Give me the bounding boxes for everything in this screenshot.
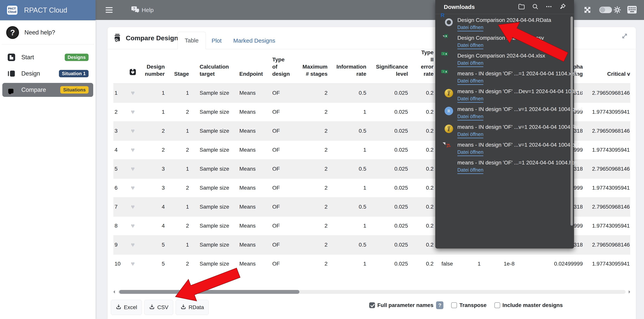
download-item[interactable]: UEmeans - IN design 'OF' ...Dev=1 2024-0… [444,88,568,106]
open-file-link[interactable]: Datei öffnen [457,25,483,31]
favorite-heart-icon[interactable]: ♥ [131,203,135,210]
favorite-heart-icon[interactable]: ♥ [131,260,135,267]
cell-c13: 1 [469,254,481,273]
download-item[interactable]: means - IN design 'OF' ...=1 2024-04-04 … [444,159,568,177]
page-title: Compare Designs [126,34,182,42]
download-file-name: means - IN design 'OF' ...v=1 2024-04-04… [457,124,583,130]
open-file-link[interactable]: Datei öffnen [457,78,483,85]
column-header-critical: Critical v [583,49,630,83]
cell-beta: 0.2 [408,83,434,102]
favorite-heart-icon[interactable]: ♥ [131,127,135,134]
open-file-link[interactable]: Datei öffnen [457,132,483,138]
help-bubbles-icon: ? [131,5,140,14]
download-item[interactable]: Xa,Design Comparison 2024-04-04.csvDatei… [444,35,568,52]
favorite-heart-icon[interactable]: ♥ [131,222,135,229]
tab-marked-designs[interactable]: Marked Designs [227,32,281,49]
scroll-left-arrow[interactable] [113,290,115,294]
open-file-link[interactable]: Datei öffnen [457,43,483,49]
cell-index: 5 [113,159,127,178]
scroll-right-arrow[interactable] [629,290,630,294]
more-options-icon[interactable] [545,3,552,11]
column-header-design: Design number [138,49,165,83]
checkbox-full-parameter-names[interactable] [369,302,375,308]
cell-alpha: 0.025 [366,102,408,121]
sidebar-item-start[interactable]: StartDesigns [2,50,93,64]
sidebar-item-design[interactable]: DesignSituation 1 [2,67,93,81]
option-include-master-designs[interactable]: Include master designs [494,302,563,308]
favorite-heart-icon[interactable]: ♥ [131,241,135,248]
downloads-list: RDesign Comparison 2024-04-04.RDataDatei… [435,14,574,177]
cell-beta: 0.2 [408,235,434,254]
favorite-heart-icon [129,71,136,77]
favorite-heart-icon[interactable]: ♥ [131,89,135,96]
tab-table[interactable]: Table [178,32,206,49]
cell-target: Sample size [189,140,234,159]
cell-beta: 0.2 [408,197,434,216]
table-row[interactable]: 10♥52Sample sizeMeansOF210.0250.2false11… [113,254,630,273]
r-circle-icon: R [444,107,453,115]
cell-design: 1 [138,83,165,102]
cell-alpha: 0.025 [366,197,408,216]
cell-alpha: 0.025 [366,216,408,235]
download-item[interactable]: UEmeans - IN design 'OF' ...v=1 2024-04-… [444,124,568,142]
panel-scrollbar-thumb[interactable] [570,16,573,226]
need-help-label: Need help? [24,29,55,36]
scrollbar-thumb[interactable] [119,290,300,294]
export-rdata-button[interactable]: RData [176,300,209,315]
option-transpose[interactable]: Transpose [451,302,486,308]
download-item[interactable]: Rmeans - IN design 'OF' ...v=1 2024-04-0… [444,106,568,124]
checkbox-transpose[interactable] [451,302,457,308]
fullscreen-arrows-icon[interactable] [583,5,592,15]
download-file-name: means - IN design 'OF' ...v=1 2024-04-04… [457,106,582,112]
expand-diagonal-icon[interactable] [620,32,629,41]
cell-critical: 1.97743095941 [583,216,630,235]
open-file-link[interactable]: Datei öffnen [457,150,483,156]
downloads-title: Downloads [444,4,518,10]
favorite-heart-icon[interactable]: ♥ [131,108,135,115]
keyboard-grid-icon[interactable] [627,5,637,15]
open-file-link[interactable]: Datei öffnen [457,96,483,103]
need-help-item[interactable]: ? Need help? [0,20,96,44]
cell-kMax: 2 [293,121,328,140]
help-button[interactable]: ? Help [131,5,154,14]
tab-plot[interactable]: Plot [206,32,228,49]
cell-endpoint: Means [234,83,266,102]
open-downloads-folder-icon[interactable] [518,3,525,11]
favorite-heart-icon[interactable]: ♥ [131,165,135,172]
download-item[interactable]: PDFmeans - IN design 'OF' ...v=1 2024-04… [444,142,568,159]
download-item[interactable]: RDesign Comparison 2024-04-04.RDataDatei… [444,17,568,35]
favorite-heart-icon[interactable]: ♥ [131,184,135,191]
option-full-parameter-names[interactable]: Full parameter names? [369,301,444,309]
design-icon [7,69,16,78]
sidebar-item-compare[interactable]: CompareSituations [2,83,93,97]
cell-alpha: 0.025 [366,254,408,273]
cell-stage: 2 [165,140,189,159]
cell-fav: ♥ [127,254,138,273]
help-label: Help [142,7,154,13]
r-logo-icon: R [444,18,453,26]
favorite-heart-icon[interactable]: ♥ [131,146,135,153]
theme-toggle-switch[interactable] [599,6,612,13]
horizontal-scrollbar[interactable] [113,290,630,294]
cell-critical: 2.79650968146 [583,159,630,178]
cell-infoRate: 1 [328,216,366,235]
search-downloads-icon[interactable] [532,3,539,11]
download-item[interactable]: XDesign Comparison 2024-04-04.xlsxDatei … [444,52,568,70]
open-file-link[interactable]: Datei öffnen [457,60,483,67]
brightness-sun-icon[interactable] [613,5,622,15]
checkbox-include-master-designs[interactable] [494,302,500,308]
download-item[interactable]: Xmeans - IN design 'OF' ...=1 2024-04-04… [444,70,568,88]
export-excel-button[interactable]: Excel [111,300,142,315]
cell-type: OF [266,197,293,216]
label-full-parameter-names: Full parameter names [377,302,433,308]
column-header-fav [127,49,138,83]
open-file-link[interactable]: Datei öffnen [457,114,483,120]
help-badge[interactable]: ? [436,301,444,309]
export-csv-button[interactable]: CSV [144,300,173,315]
hamburger-menu-icon[interactable] [106,7,112,13]
open-file-link[interactable]: Datei öffnen [457,167,483,174]
cell-endpoint: Means [234,235,266,254]
pin-panel-icon[interactable] [559,3,566,11]
cell-alphaSpend: 0.02499999 [514,254,583,273]
cell-index: 1 [113,83,127,102]
